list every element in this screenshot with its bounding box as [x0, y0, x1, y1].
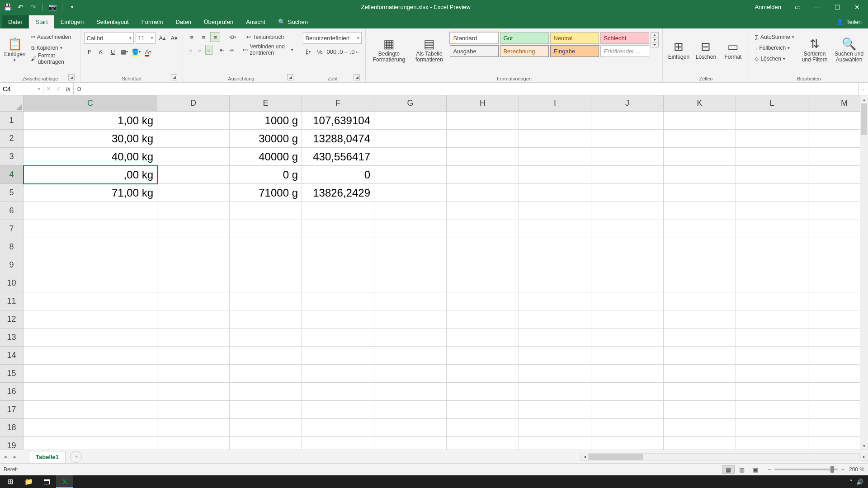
cell[interactable] — [664, 274, 736, 292]
cell[interactable] — [591, 256, 664, 274]
cell[interactable] — [374, 328, 447, 347]
cell[interactable] — [591, 310, 664, 328]
fill-button[interactable]: ↓Füllbereich▾ — [753, 43, 796, 53]
cell[interactable] — [157, 112, 230, 130]
cell[interactable] — [447, 310, 519, 328]
increase-indent-icon[interactable]: ⇥ — [228, 45, 235, 55]
row-header[interactable]: 18 — [0, 419, 24, 437]
cell[interactable]: ,00 kg — [24, 166, 157, 184]
cell[interactable] — [519, 184, 591, 202]
cell[interactable] — [447, 383, 519, 401]
save-icon[interactable]: 💾 — [3, 2, 13, 12]
cell[interactable] — [519, 292, 591, 310]
increase-decimal-icon[interactable]: .0→ — [338, 47, 348, 56]
orientation-icon[interactable]: ⟲▾ — [227, 32, 237, 42]
col-header-J[interactable]: J — [591, 95, 664, 112]
cell[interactable] — [230, 274, 302, 292]
cell[interactable] — [24, 419, 157, 437]
cell[interactable] — [302, 365, 374, 383]
zoom-out-icon[interactable]: − — [768, 466, 771, 473]
find-select-button[interactable]: 🔍Suchen und Auswählen — [833, 30, 865, 70]
cell[interactable] — [302, 419, 374, 437]
cell[interactable] — [374, 202, 447, 220]
tab-ansicht[interactable]: Ansicht — [240, 15, 272, 28]
cell[interactable] — [230, 220, 302, 238]
cell[interactable]: 1000 g — [230, 112, 302, 130]
cell[interactable] — [374, 220, 447, 238]
style-berechnung[interactable]: Berechnung — [500, 45, 549, 57]
autosum-button[interactable]: ∑AutoSumme▾ — [753, 32, 796, 42]
cell[interactable] — [157, 274, 230, 292]
signin-link[interactable]: Anmelden — [755, 4, 781, 10]
cell[interactable] — [374, 292, 447, 310]
increase-font-icon[interactable]: A▴ — [157, 33, 167, 43]
cell[interactable] — [664, 184, 736, 202]
cell[interactable] — [24, 292, 157, 310]
cell[interactable] — [736, 292, 808, 310]
align-center-icon[interactable]: ≡ — [196, 45, 203, 55]
cell[interactable] — [808, 401, 868, 419]
cell[interactable] — [519, 130, 591, 148]
cell[interactable] — [736, 130, 808, 148]
cell[interactable] — [808, 292, 868, 310]
percent-icon[interactable]: % — [315, 47, 325, 56]
start-button[interactable]: ⊞ — [2, 475, 19, 488]
camera-icon[interactable]: 📷 — [47, 2, 57, 12]
cell[interactable]: 13826,2429 — [302, 184, 374, 202]
font-size-combo[interactable]: 11▾ — [136, 32, 156, 44]
cell[interactable] — [447, 419, 519, 437]
cell[interactable] — [447, 274, 519, 292]
cell[interactable] — [302, 401, 374, 419]
cell[interactable] — [447, 238, 519, 256]
cell[interactable] — [374, 419, 447, 437]
minimize-icon[interactable]: — — [808, 0, 826, 14]
cell[interactable] — [447, 292, 519, 310]
cell[interactable] — [736, 419, 808, 437]
cell[interactable] — [519, 437, 591, 450]
cell[interactable] — [230, 365, 302, 383]
currency-icon[interactable]: ₿▾ — [303, 47, 313, 56]
row-header[interactable]: 15 — [0, 365, 24, 383]
taskbar-app-icon[interactable]: 🗔 — [38, 475, 55, 488]
cell[interactable] — [157, 419, 230, 437]
ribbon-options-icon[interactable]: ▭ — [788, 0, 807, 14]
cell[interactable] — [736, 274, 808, 292]
cell[interactable] — [808, 365, 868, 383]
align-left-icon[interactable]: ≡ — [187, 45, 194, 55]
cell[interactable] — [808, 419, 868, 437]
wrap-text-button[interactable]: ↩Textumbruch — [245, 32, 286, 42]
system-tray[interactable]: ˄ 🔊 — [849, 479, 866, 485]
cell[interactable] — [157, 347, 230, 365]
scroll-right-icon[interactable]: ▸ — [860, 453, 868, 461]
col-header-I[interactable]: I — [519, 95, 591, 112]
tab-file[interactable]: Datei — [2, 15, 28, 28]
cell[interactable] — [24, 238, 157, 256]
cell[interactable] — [157, 328, 230, 347]
align-bottom-icon[interactable]: ≡ — [210, 32, 220, 42]
cell[interactable]: 0 g — [230, 166, 302, 184]
cell[interactable] — [157, 148, 230, 166]
cell[interactable] — [664, 292, 736, 310]
comma-icon[interactable]: 000 — [326, 47, 336, 56]
cell[interactable] — [808, 437, 868, 450]
view-pagebreak-icon[interactable]: ▣ — [749, 465, 762, 474]
align-top-icon[interactable]: ≡ — [187, 32, 197, 42]
dialog-launcher-icon[interactable]: ◢ — [171, 74, 177, 80]
fill-color-icon[interactable]: 🪣▾ — [131, 47, 141, 56]
cell[interactable] — [24, 365, 157, 383]
cell[interactable] — [302, 383, 374, 401]
expand-formula-icon[interactable]: ⌄ — [858, 83, 868, 95]
font-color-icon[interactable]: A▾ — [143, 47, 153, 56]
cell[interactable] — [808, 112, 868, 130]
cell[interactable] — [591, 130, 664, 148]
cell[interactable] — [519, 220, 591, 238]
cell[interactable] — [736, 238, 808, 256]
cell[interactable] — [664, 256, 736, 274]
cell[interactable] — [374, 437, 447, 450]
cell[interactable] — [808, 328, 868, 347]
border-icon[interactable]: ▦▾ — [119, 47, 129, 56]
style-gut[interactable]: Gut — [500, 32, 549, 44]
col-header-E[interactable]: E — [230, 95, 302, 112]
cell[interactable] — [736, 328, 808, 347]
cell[interactable] — [302, 220, 374, 238]
